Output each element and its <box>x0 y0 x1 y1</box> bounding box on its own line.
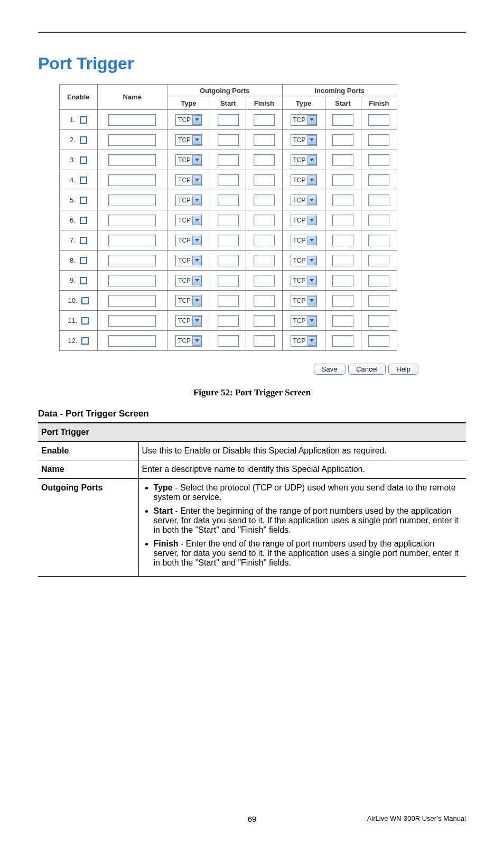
enable-checkbox[interactable] <box>80 177 87 184</box>
enable-checkbox[interactable] <box>80 156 87 164</box>
out-start-input[interactable] <box>218 235 239 246</box>
out-type-select[interactable]: TCP <box>175 174 202 186</box>
out-start-input[interactable] <box>218 114 239 126</box>
in-start-input[interactable] <box>332 215 353 226</box>
out-type-select[interactable]: TCP <box>175 255 202 266</box>
out-type-select[interactable]: TCP <box>175 195 202 206</box>
out-finish-input[interactable] <box>254 195 275 206</box>
out-finish-input[interactable] <box>254 235 275 246</box>
enable-checkbox[interactable] <box>80 217 87 224</box>
in-start-input[interactable] <box>332 255 353 266</box>
in-type-select[interactable]: TCP <box>291 275 317 286</box>
out-type-select[interactable]: TCP <box>175 295 202 307</box>
in-finish-input[interactable] <box>368 295 389 307</box>
in-type-select[interactable]: TCP <box>291 215 317 226</box>
in-finish-input[interactable] <box>368 215 389 226</box>
out-finish-input[interactable] <box>254 215 275 226</box>
in-start-input[interactable] <box>332 235 353 246</box>
out-start-input[interactable] <box>218 195 239 206</box>
name-input[interactable] <box>108 195 156 206</box>
out-start-input[interactable] <box>218 295 239 307</box>
name-input[interactable] <box>108 335 156 347</box>
in-type-select[interactable]: TCP <box>291 154 317 166</box>
in-finish-input[interactable] <box>368 195 389 206</box>
in-finish-input[interactable] <box>368 174 389 186</box>
in-start-input[interactable] <box>332 134 353 146</box>
name-input[interactable] <box>108 174 156 186</box>
out-type-select[interactable]: TCP <box>175 154 202 166</box>
out-finish-input[interactable] <box>254 154 275 166</box>
out-start-input[interactable] <box>218 134 239 146</box>
in-start-input[interactable] <box>332 275 353 286</box>
cancel-button[interactable]: Cancel <box>348 364 385 375</box>
save-button[interactable]: Save <box>314 364 346 375</box>
enable-checkbox[interactable] <box>80 116 87 124</box>
out-finish-input[interactable] <box>254 174 275 186</box>
in-start-input[interactable] <box>332 114 353 126</box>
out-finish-input[interactable] <box>254 335 275 347</box>
in-finish-input[interactable] <box>368 154 389 166</box>
in-type-select[interactable]: TCP <box>291 335 317 347</box>
in-finish-input[interactable] <box>368 114 389 126</box>
out-finish-input[interactable] <box>254 255 275 266</box>
out-start-input[interactable] <box>218 255 239 266</box>
out-type-select[interactable]: TCP <box>175 315 202 327</box>
in-type-select[interactable]: TCP <box>291 114 317 126</box>
name-input[interactable] <box>108 295 156 307</box>
name-input[interactable] <box>108 315 156 327</box>
in-start-input[interactable] <box>332 335 353 347</box>
in-finish-input[interactable] <box>368 335 389 347</box>
name-input[interactable] <box>108 154 156 166</box>
out-finish-input[interactable] <box>254 315 275 327</box>
enable-checkbox[interactable] <box>81 317 89 325</box>
in-finish-input[interactable] <box>368 235 389 246</box>
out-type-select[interactable]: TCP <box>175 235 202 246</box>
name-input[interactable] <box>108 275 156 286</box>
in-start-input[interactable] <box>332 315 353 327</box>
out-type-select[interactable]: TCP <box>175 114 202 126</box>
in-start-input[interactable] <box>332 195 353 206</box>
in-finish-input[interactable] <box>368 275 389 286</box>
enable-checkbox[interactable] <box>81 337 89 345</box>
name-input[interactable] <box>108 255 156 266</box>
name-input[interactable] <box>108 215 156 226</box>
name-input[interactable] <box>108 235 156 246</box>
out-finish-input[interactable] <box>254 295 275 307</box>
in-finish-input[interactable] <box>368 134 389 146</box>
out-start-input[interactable] <box>218 315 239 327</box>
out-type-select[interactable]: TCP <box>175 215 202 226</box>
enable-checkbox[interactable] <box>80 237 87 244</box>
in-type-select[interactable]: TCP <box>291 174 317 186</box>
svg-marker-17 <box>310 279 314 282</box>
out-finish-input[interactable] <box>254 114 275 126</box>
in-type-select[interactable]: TCP <box>291 315 317 327</box>
in-type-select[interactable]: TCP <box>291 255 317 266</box>
out-type-select[interactable]: TCP <box>175 275 202 286</box>
out-start-input[interactable] <box>218 174 239 186</box>
in-type-select[interactable]: TCP <box>291 195 317 206</box>
out-finish-input[interactable] <box>254 134 275 146</box>
help-button[interactable]: Help <box>388 364 418 375</box>
in-finish-input[interactable] <box>368 315 389 327</box>
in-type-select[interactable]: TCP <box>291 295 317 307</box>
out-start-input[interactable] <box>218 154 239 166</box>
enable-checkbox[interactable] <box>80 257 87 264</box>
out-start-input[interactable] <box>218 275 239 286</box>
out-start-input[interactable] <box>218 215 239 226</box>
in-start-input[interactable] <box>332 295 353 307</box>
out-type-select[interactable]: TCP <box>175 335 202 347</box>
name-input[interactable] <box>108 134 156 146</box>
out-type-select[interactable]: TCP <box>175 134 202 146</box>
in-start-input[interactable] <box>332 154 353 166</box>
in-type-select[interactable]: TCP <box>291 134 317 146</box>
enable-checkbox[interactable] <box>80 136 87 144</box>
out-start-input[interactable] <box>218 335 239 347</box>
name-input[interactable] <box>108 114 156 126</box>
in-finish-input[interactable] <box>368 255 389 266</box>
out-finish-input[interactable] <box>254 275 275 286</box>
enable-checkbox[interactable] <box>80 277 87 284</box>
in-start-input[interactable] <box>332 174 353 186</box>
enable-checkbox[interactable] <box>80 197 87 204</box>
enable-checkbox[interactable] <box>81 297 89 304</box>
in-type-select[interactable]: TCP <box>291 235 317 246</box>
